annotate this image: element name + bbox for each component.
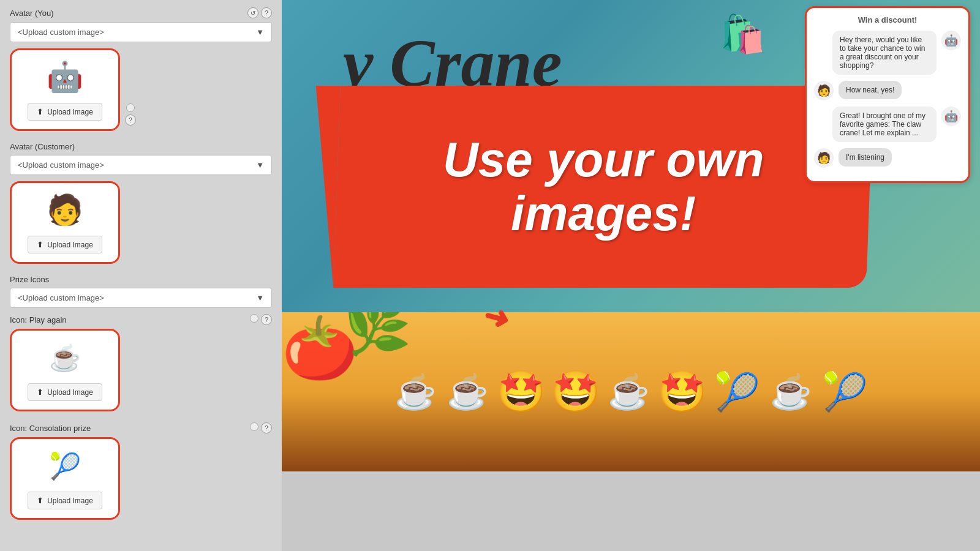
avatar-you-section-row: 🤖 ⬆ Upload Image ? bbox=[10, 48, 272, 137]
banner-text: Use your own images! bbox=[443, 133, 764, 241]
chat-message-4: 🧑 I'm listening bbox=[814, 148, 961, 168]
avatar-you-preview: 🤖 bbox=[47, 59, 83, 96]
avatar-customer-field-label: Avatar (Customer) bbox=[10, 142, 272, 151]
avatar-you-label: Avatar (You) bbox=[10, 9, 54, 18]
chevron-down-icon-2: ▼ bbox=[256, 160, 264, 170]
center-area: v Crane 🛍️ 🧁 🎁 Use your own images! ➜ ➜ … bbox=[282, 0, 980, 551]
deco-plant: 🌿 bbox=[343, 312, 412, 358]
icon-play-again-image: ☕ bbox=[49, 343, 81, 373]
chat-user-avatar-1: 🧑 bbox=[814, 81, 834, 100]
icon-play-again-preview: ☕ bbox=[47, 339, 83, 376]
help-icon-avatar-you[interactable]: ? bbox=[261, 7, 272, 18]
chat-bot-avatar-1: 🤖 bbox=[941, 31, 961, 50]
chat-bubble-2: How neat, yes! bbox=[839, 81, 902, 99]
avatar-customer-upload-button[interactable]: ⬆ Upload Image bbox=[28, 236, 102, 253]
icon-play-again-section-row: ☕ ⬆ Upload Image bbox=[10, 329, 272, 418]
avatar-customer-select-value: <Upload custom image> bbox=[18, 160, 104, 170]
avatar-customer-preview: 🧑 bbox=[47, 192, 83, 228]
avatar-customer-section-row: 🧑 ⬆ Upload Image bbox=[10, 181, 272, 270]
icon-consolation-label: Icon: Consolation prize bbox=[10, 424, 91, 433]
icon-play-again-field-label: Icon: Play again ? bbox=[10, 314, 272, 325]
avatar-you-upload-card: 🤖 ⬆ Upload Image bbox=[10, 48, 120, 131]
game-item-teacup-3: ☕ bbox=[608, 372, 650, 412]
prize-icons-select-value: <Upload custom image> bbox=[18, 293, 104, 302]
chevron-down-icon-3: ▼ bbox=[256, 293, 264, 302]
avatar-you-image: 🤖 bbox=[47, 60, 83, 94]
prize-icons-label: Prize Icons bbox=[10, 275, 49, 284]
banner-line2: images! bbox=[511, 186, 696, 241]
chat-message-2: 🧑 How neat, yes! bbox=[814, 81, 961, 100]
avatar-you-upload-label: Upload Image bbox=[47, 108, 93, 116]
chat-bubble-3: Great! I brought one of my favorite game… bbox=[832, 107, 937, 142]
icon-consolation-upload-button[interactable]: ⬆ Upload Image bbox=[28, 492, 102, 509]
avatar-you-select-value: <Upload custom image> bbox=[18, 28, 104, 37]
game-item-tennis-2: 🎾 bbox=[822, 370, 868, 414]
icon-consolation-field-label: Icon: Consolation prize ? bbox=[10, 422, 272, 433]
deco-bag: 🛍️ bbox=[720, 12, 766, 56]
help-icon-3[interactable]: ? bbox=[261, 314, 272, 325]
upload-icon-3: ⬆ bbox=[37, 388, 43, 397]
left-panel: Avatar (You) ↺ ? <Upload custom image> ▼… bbox=[0, 0, 282, 551]
avatar-you-field-label: Avatar (You) ↺ ? bbox=[10, 7, 272, 18]
icon-consolation-upload-card: 🎾 ⬆ Upload Image bbox=[10, 437, 120, 520]
avatar-you-select[interactable]: <Upload custom image> ▼ bbox=[10, 22, 272, 42]
avatar-you-radio-area: ? bbox=[125, 103, 136, 126]
chat-title: Win a discount! bbox=[814, 15, 961, 24]
main-banner: Use your own images! bbox=[333, 86, 873, 288]
help-icon-2[interactable]: ? bbox=[125, 114, 136, 126]
prize-icons-select[interactable]: <Upload custom image> ▼ bbox=[10, 288, 272, 308]
game-item-teacup-2: ☕ bbox=[447, 372, 489, 412]
game-item-teacup-1: ☕ bbox=[394, 372, 437, 412]
avatar-you-radio[interactable] bbox=[126, 103, 135, 112]
chat-bot-avatar-2: 🤖 bbox=[941, 107, 961, 126]
avatar-you-upload-button[interactable]: ⬆ Upload Image bbox=[28, 103, 102, 121]
game-item-spongebob-3: 🤩 bbox=[657, 369, 707, 415]
chevron-down-icon: ▼ bbox=[256, 28, 264, 37]
upload-icon-1: ⬆ bbox=[37, 107, 43, 116]
help-icon-4[interactable]: ? bbox=[261, 422, 272, 433]
avatar-customer-upload-label: Upload Image bbox=[47, 241, 93, 249]
prize-icons-field-label: Prize Icons bbox=[10, 275, 272, 284]
chat-bubble-1: Hey there, would you like to take your c… bbox=[832, 31, 937, 75]
banner-line1: Use your own bbox=[443, 132, 764, 187]
chat-message-1: 🤖 Hey there, would you like to take your… bbox=[814, 31, 961, 75]
game-item-spongebob-1: 🤩 bbox=[496, 369, 546, 415]
icon-play-again-upload-button[interactable]: ⬆ Upload Image bbox=[28, 383, 102, 401]
upload-icon-4: ⬆ bbox=[37, 496, 43, 505]
icon-play-again-upload-label: Upload Image bbox=[47, 388, 93, 397]
avatar-customer-select[interactable]: <Upload custom image> ▼ bbox=[10, 155, 272, 175]
icon-play-again-label: Icon: Play again bbox=[10, 315, 67, 324]
avatar-customer-label: Avatar (Customer) bbox=[10, 142, 75, 151]
game-item-tennis-1: 🎾 bbox=[714, 370, 760, 414]
icon-consolation-section-row: 🎾 ⬆ Upload Image bbox=[10, 437, 272, 526]
game-item-teacup-4: ☕ bbox=[770, 372, 812, 412]
chat-bubble-4: I'm listening bbox=[839, 148, 892, 167]
game-strip: 🍅 🌿 ☕ ☕ 🤩 🤩 ☕ 🤩 🎾 ☕ 🎾 bbox=[282, 312, 980, 471]
avatar-customer-image: 🧑 bbox=[47, 193, 83, 227]
icon-consolation-upload-label: Upload Image bbox=[47, 497, 93, 505]
icon-consolation-image: 🎾 bbox=[49, 451, 81, 481]
icon-play-again-radio[interactable] bbox=[250, 314, 258, 323]
chat-panel: Win a discount! 🤖 Hey there, would you l… bbox=[805, 6, 970, 183]
icon-play-again-upload-card: ☕ ⬆ Upload Image bbox=[10, 329, 120, 411]
icon-consolation-preview: 🎾 bbox=[47, 448, 83, 484]
game-item-spongebob-2: 🤩 bbox=[551, 369, 600, 415]
icon-consolation-radio[interactable] bbox=[250, 422, 258, 431]
chat-message-3: 🤖 Great! I brought one of my favorite ga… bbox=[814, 107, 961, 142]
chat-user-avatar-2: 🧑 bbox=[814, 148, 834, 168]
avatar-customer-upload-card: 🧑 ⬆ Upload Image bbox=[10, 181, 120, 264]
refresh-icon[interactable]: ↺ bbox=[247, 7, 258, 18]
upload-icon-2: ⬆ bbox=[37, 240, 43, 249]
